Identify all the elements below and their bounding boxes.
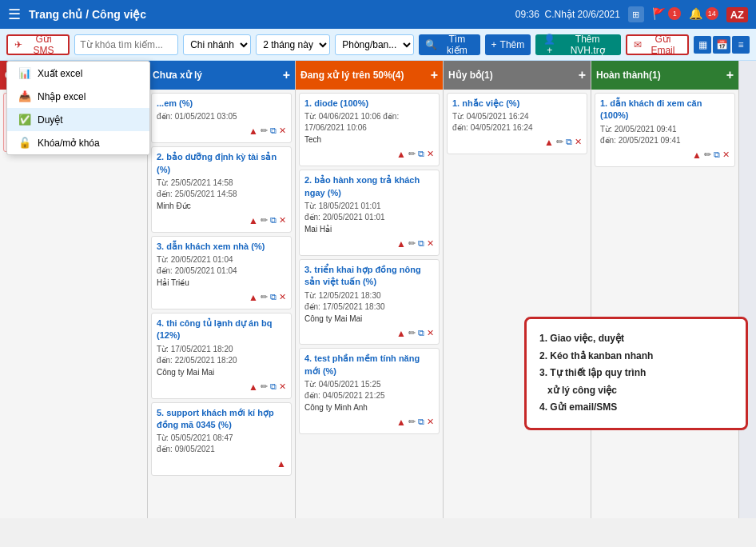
edit-icon[interactable]: ✏ bbox=[261, 291, 268, 305]
edit-icon[interactable]: ✏ bbox=[261, 381, 268, 394]
flag-icon[interactable]: ▲ bbox=[396, 238, 406, 251]
edit-icon[interactable]: ✏ bbox=[408, 416, 416, 429]
table-row[interactable]: 2. bảo hành xong trả khách ngay (%) Từ: … bbox=[299, 170, 440, 256]
card-date: Từ: 20/05/2021 09:41 bbox=[600, 124, 730, 135]
flag-icon[interactable]: ▲ bbox=[249, 214, 258, 228]
col-chua-xu-ly-body: ...em (%) đến: 01/05/2021 03:05 ▲ ✏ ⧉ ✕ … bbox=[148, 90, 295, 518]
edit-icon[interactable]: ✏ bbox=[408, 238, 416, 251]
col-dang-xu-ly-add[interactable]: + bbox=[431, 69, 438, 82]
edit-icon[interactable]: ✏ bbox=[261, 214, 268, 228]
flag-icon[interactable]: ▲ bbox=[396, 416, 406, 429]
card-date2: đến: 04/05/2021 21:25 bbox=[304, 390, 434, 401]
copy-icon[interactable]: ⧉ bbox=[714, 149, 720, 162]
dept-select[interactable]: Phòng/ban... bbox=[335, 34, 414, 55]
list-view-icon[interactable]: ≡ bbox=[732, 36, 750, 54]
col-huy-bo-add[interactable]: + bbox=[579, 69, 586, 82]
col-huy-bo-header[interactable]: Hủy bỏ(1) + bbox=[444, 61, 591, 90]
col-hoan-thanh-title: Hoàn thành(1) bbox=[596, 70, 661, 81]
table-row[interactable]: ...em (%) đến: 01/05/2021 03:05 ▲ ✏ ⧉ ✕ bbox=[151, 93, 292, 143]
table-row[interactable]: 2. bảo dưỡng định kỳ tài sản (%) Từ: 25/… bbox=[151, 146, 292, 233]
approve-label: Duyệt bbox=[38, 114, 63, 126]
lock-item[interactable]: 🔓 Khóa/mở khóa bbox=[7, 131, 149, 154]
flag-icon[interactable]: ▲ bbox=[692, 149, 702, 162]
table-row[interactable]: 3. triển khai hợp đồng nông sản việt tuấ… bbox=[299, 259, 440, 345]
delete-icon[interactable]: ✕ bbox=[279, 291, 286, 305]
copy-icon[interactable]: ⧉ bbox=[270, 291, 277, 305]
flag-icon[interactable]: ▲ bbox=[544, 136, 554, 150]
delete-icon[interactable]: ✕ bbox=[427, 416, 434, 429]
delete-icon[interactable]: ✕ bbox=[575, 136, 582, 150]
flag-icon[interactable]: ▲ bbox=[277, 457, 286, 471]
delete-icon[interactable]: ✕ bbox=[279, 381, 286, 394]
header-left: ☰ Trang chủ / Công việc bbox=[8, 6, 146, 23]
calendar-view-icon[interactable]: 📅 bbox=[713, 36, 730, 54]
copy-icon[interactable]: ⧉ bbox=[418, 238, 424, 251]
search-input[interactable] bbox=[74, 34, 178, 55]
delete-icon[interactable]: ✕ bbox=[722, 149, 730, 162]
card-actions: ▲ ✏ ⧉ ✕ bbox=[304, 327, 434, 341]
edit-icon[interactable]: ✏ bbox=[704, 149, 711, 162]
table-row[interactable]: 3. dẫn khách xem nhà (%) Từ: 20/05/2021 … bbox=[151, 236, 292, 309]
card-title: 4. test phần mềm tính năng mới (%) bbox=[304, 353, 434, 377]
table-row[interactable]: 4. test phần mềm tính năng mới (%) Từ: 0… bbox=[299, 348, 440, 434]
sms-button[interactable]: ✈ Gửi SMS bbox=[6, 34, 70, 55]
copy-icon[interactable]: ⧉ bbox=[418, 148, 424, 162]
email-button[interactable]: ✉ Gửi Email bbox=[626, 34, 689, 55]
col-dang-xu-ly-header[interactable]: Đang xử lý trên 50%(4) + bbox=[296, 61, 443, 90]
header-title: Trang chủ / Công việc bbox=[29, 8, 146, 21]
edit-icon[interactable]: ✏ bbox=[408, 327, 416, 341]
flag-icon[interactable]: ▲ bbox=[249, 381, 258, 394]
grid-view-icon[interactable]: ▦ bbox=[694, 36, 711, 54]
copy-icon[interactable]: ⧉ bbox=[270, 381, 277, 394]
export-excel-item[interactable]: 📊 Xuất excel bbox=[7, 62, 149, 85]
grid-icon[interactable]: ⊞ bbox=[628, 6, 644, 22]
table-row[interactable]: 1. nhắc việc (%) Từ: 04/05/2021 16:24 đế… bbox=[447, 93, 587, 154]
table-row[interactable]: 1. diode (100%) Từ: 04/06/2021 10:06 đến… bbox=[299, 93, 440, 166]
card-title: 5. support khách mới kí hợp đồng mã 0345… bbox=[157, 407, 286, 432]
add-button[interactable]: + Thêm bbox=[485, 34, 531, 55]
approve-item[interactable]: ✅ Duyệt bbox=[7, 108, 149, 131]
edit-icon[interactable]: ✏ bbox=[408, 148, 416, 162]
card-date: Từ: 25/05/2021 14:58 bbox=[157, 178, 286, 189]
col-huy-bo: Hủy bỏ(1) + 1. nhắc việc (%) Từ: 04/05/2… bbox=[444, 61, 591, 518]
col-chua-xu-ly-add[interactable]: + bbox=[283, 69, 290, 82]
flag-icon[interactable]: ▲ bbox=[396, 148, 406, 162]
search-button[interactable]: 🔍 Tìm kiếm bbox=[419, 34, 479, 55]
copy-icon[interactable]: ⧉ bbox=[270, 214, 277, 228]
card-title: ...em (%) bbox=[157, 98, 286, 110]
notification-1[interactable]: 🚩 1 bbox=[652, 7, 681, 22]
copy-icon[interactable]: ⧉ bbox=[566, 136, 572, 150]
delete-icon[interactable]: ✕ bbox=[427, 327, 434, 341]
menu-icon[interactable]: ☰ bbox=[8, 6, 21, 23]
table-row[interactable]: 1. dẫn khách đi xem căn (100%) Từ: 20/05… bbox=[595, 93, 735, 167]
col-hoan-thanh-add[interactable]: + bbox=[726, 69, 734, 82]
delete-icon[interactable]: ✕ bbox=[427, 148, 434, 162]
col-hoan-thanh-header[interactable]: Hoàn thành(1) + bbox=[591, 61, 738, 90]
col-hoan-thanh-body: 1. dẫn khách đi xem căn (100%) Từ: 20/05… bbox=[591, 90, 738, 518]
card-name: Minh Đức bbox=[157, 201, 286, 212]
table-row[interactable]: 5. support khách mới kí hợp đồng mã 0345… bbox=[151, 402, 292, 477]
edit-icon[interactable]: ✏ bbox=[556, 136, 563, 150]
copy-icon[interactable]: ⧉ bbox=[418, 416, 424, 429]
flag-icon[interactable]: ▲ bbox=[396, 327, 406, 341]
delete-icon[interactable]: ✕ bbox=[427, 238, 434, 251]
copy-icon[interactable]: ⧉ bbox=[418, 327, 424, 341]
card-title: 2. bảo hành xong trả khách ngay (%) bbox=[304, 174, 434, 199]
col-hoan-thanh: Hoàn thành(1) + 1. dẫn khách đi xem căn … bbox=[591, 61, 739, 518]
delete-icon[interactable]: ✕ bbox=[279, 214, 286, 228]
delete-icon[interactable]: ✕ bbox=[279, 125, 286, 138]
edit-icon[interactable]: ✏ bbox=[261, 125, 268, 138]
copy-icon[interactable]: ⧉ bbox=[270, 125, 277, 138]
period-select[interactable]: 2 tháng này bbox=[256, 34, 330, 55]
notification-2[interactable]: 🔔 14 bbox=[689, 7, 718, 22]
table-row[interactable]: 4. thi công tủ lạnh dự án bq (12%) Từ: 1… bbox=[151, 313, 292, 399]
col-chua-xu-ly-header[interactable]: Chưa xử lý + bbox=[148, 61, 295, 90]
info-line-4: xử lý công việc bbox=[539, 382, 733, 400]
card-actions: ▲ ✏ ⧉ ✕ bbox=[157, 381, 286, 394]
flag-icon[interactable]: ▲ bbox=[249, 125, 258, 138]
flag-icon[interactable]: ▲ bbox=[249, 291, 258, 305]
import-excel-item[interactable]: 📥 Nhập excel bbox=[7, 85, 149, 108]
branch-select[interactable]: Chi nhánh bbox=[183, 34, 251, 55]
add-nvh-button[interactable]: 👤+ Thêm NVH.trợ bbox=[535, 34, 621, 55]
card-title: 1. nhắc việc (%) bbox=[452, 98, 582, 110]
